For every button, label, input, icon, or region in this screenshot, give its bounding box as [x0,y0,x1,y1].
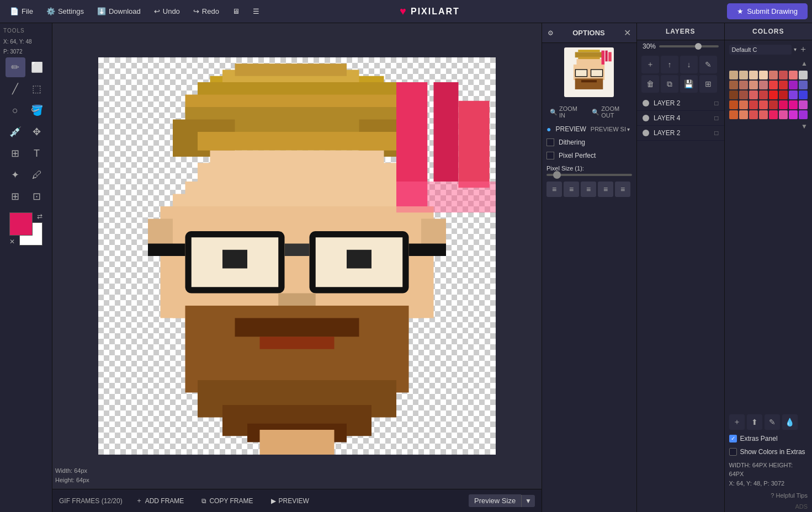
delete-layer-button[interactable]: 🗑 [641,75,659,93]
stamp-tool[interactable]: ✦ [6,165,25,185]
export-color-button[interactable]: ⬆ [747,414,762,430]
color-swatch[interactable] [789,71,798,79]
pixel-size-slider[interactable] [546,174,632,176]
align-left-button[interactable]: ≡ [546,182,562,197]
layer-item[interactable]: LAYER 2 □ [637,96,724,111]
color-swatch[interactable] [739,100,748,109]
move-layer-up-button[interactable]: ↑ [661,56,678,73]
copy-frame-button[interactable]: ⧉ COPY FRAME [197,495,257,507]
crop-tool[interactable]: ⊡ [27,186,47,206]
color-swatch[interactable] [749,81,758,89]
color-swatch[interactable] [799,100,808,109]
color-swatch[interactable] [779,90,788,99]
add-color-button[interactable]: ＋ [729,414,745,430]
redo-button[interactable]: ↪ Redo [188,4,225,19]
align-center-button[interactable]: ≡ [564,182,579,197]
color-swatch[interactable] [779,81,788,89]
download-button[interactable]: ⬇️ Download [92,4,146,19]
color-swatch[interactable] [789,81,798,89]
add-layer-button[interactable]: ＋ [641,56,659,73]
merge-layer-button[interactable]: ⊞ [699,75,717,93]
color-swatch[interactable] [759,100,768,109]
color-swatch[interactable] [769,90,778,99]
pipette-color-button[interactable]: ✎ [765,414,780,430]
pixel-size-thumb[interactable] [553,171,561,179]
eraser-tool[interactable]: ⬜ [27,57,47,77]
color-swatch[interactable] [779,100,788,109]
preview-button[interactable]: ▶ PREVIEW [267,495,314,507]
canvas-wrapper[interactable] [98,57,496,455]
pixel-canvas[interactable] [98,57,496,455]
save-layer-button[interactable]: 💾 [680,75,698,93]
move-tool[interactable]: ✥ [27,122,47,142]
color-swatch[interactable] [759,110,768,119]
add-frame-button[interactable]: ＋ ADD FRAME [131,494,189,508]
grid-tool[interactable]: ⊞ [6,143,25,163]
align-justify-button[interactable]: ≡ [581,182,596,197]
layer-item[interactable]: LAYER 4 □ [637,111,724,126]
file-menu[interactable]: 📄 File [4,4,39,19]
menu-button[interactable]: ☰ [247,4,265,19]
color-swatch[interactable] [739,90,748,99]
color-swatch[interactable] [779,71,788,79]
undo-button[interactable]: ↩ Undo [148,4,185,19]
color-swatch[interactable] [799,71,808,79]
color-swatch[interactable] [769,81,778,89]
move-layer-down-button[interactable]: ↓ [680,56,698,73]
color-swatch[interactable] [789,100,798,109]
display-button[interactable]: 🖥 [227,4,245,19]
dithering-checkbox[interactable] [546,138,554,146]
color-swatch[interactable] [729,71,738,79]
extras-panel-checkbox[interactable]: ✓ [729,435,737,442]
edit-layer-button[interactable]: ✎ [699,56,717,73]
color-swatch[interactable] [799,110,808,119]
color-swatch[interactable] [769,100,778,109]
color-swatch[interactable] [729,110,738,119]
preview-size-option[interactable]: PREVIEW SI ▾ [591,126,630,132]
pattern-tool[interactable]: ⊞ [6,186,25,206]
color-swatch[interactable] [729,81,738,89]
color-swatch[interactable] [729,90,738,99]
duplicate-layer-button[interactable]: ⧉ [661,75,678,93]
brush-tool[interactable]: 🖊 [27,165,47,185]
color-swatch[interactable] [759,81,768,89]
color-swatch[interactable] [739,71,748,79]
helpful-tips-link[interactable]: ? Helpful Tips [725,490,812,501]
layer-item[interactable]: LAYER 2 □ [637,126,724,141]
color-swatch[interactable] [749,71,758,79]
zoom-slider[interactable] [659,45,719,47]
zoom-slider-thumb[interactable] [695,43,702,50]
options-close-button[interactable]: ✕ [624,28,631,38]
layer-lock-icon[interactable]: □ [714,99,718,107]
show-colors-checkbox[interactable] [729,448,737,456]
color-swatch[interactable] [749,100,758,109]
add-palette-button[interactable]: ＋ [799,44,808,55]
scroll-up-button[interactable]: ▲ [725,58,812,68]
select-tool[interactable]: ⬚ [27,79,47,99]
color-swatch[interactable] [799,81,808,89]
color-swatch[interactable] [769,71,778,79]
layer-lock-icon[interactable]: □ [714,129,718,137]
color-swatch[interactable] [789,110,798,119]
color-swatch[interactable] [779,110,788,119]
canvas-area[interactable] [52,23,542,489]
palette-dropdown-button[interactable]: ▾ [794,46,797,52]
circle-tool[interactable]: ○ [6,100,25,120]
pixel-perfect-checkbox[interactable] [546,152,554,159]
color-swatch[interactable] [739,81,748,89]
eyedropper-tool[interactable]: 💉 [6,122,25,142]
color-swatch[interactable] [799,90,808,99]
settings-menu[interactable]: ⚙️ Settings [41,4,89,19]
layer-visibility-dot[interactable] [643,115,649,121]
zoom-in-button[interactable]: 🔍 ZOOM IN [546,104,584,120]
color-swatch[interactable] [759,71,768,79]
color-swatch[interactable] [769,110,778,119]
swap-colors-icon[interactable]: ⇄ [37,212,43,220]
layer-lock-icon[interactable]: □ [714,114,718,122]
align-distribute-button[interactable]: ≡ [615,182,630,197]
preview-size-dropdown[interactable]: ▼ [521,495,535,507]
text-tool[interactable]: T [27,143,47,163]
preview-dropdown-arrow[interactable]: ▾ [627,126,630,132]
dropper-color-button[interactable]: 💧 [782,414,798,430]
color-swatch[interactable] [749,90,758,99]
